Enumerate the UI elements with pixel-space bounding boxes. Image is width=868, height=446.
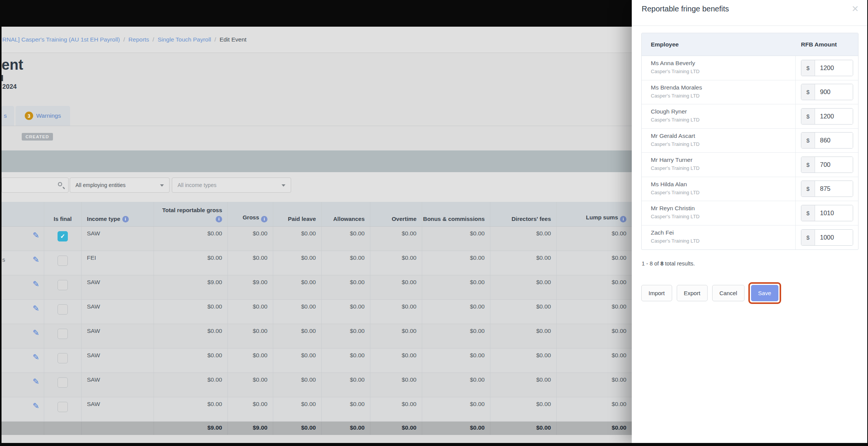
is-final-checkbox[interactable]: ✓ xyxy=(58,280,68,290)
gross-cell: $0.00 xyxy=(227,373,273,397)
table-row: ✎ ✓ SAW $0.00 $0.00 $0.00 $0.00 $0.00 xyxy=(2,397,632,422)
rfb-amount-input-group: $ xyxy=(801,157,853,173)
employee-name: Mr Harry Turner xyxy=(651,157,795,163)
lump-sums-cell: $0.00 xyxy=(556,300,632,324)
employing-entities-select[interactable]: All employing entities xyxy=(70,177,170,193)
paid-leave-cell: $0.00 xyxy=(273,324,321,348)
edit-pencil-icon[interactable]: ✎ xyxy=(32,280,39,288)
search-input[interactable] xyxy=(5,179,54,191)
employee-name: Zach Fei xyxy=(651,229,795,236)
rfb-amount-input[interactable] xyxy=(815,230,853,245)
table-row: ✎ ✓ SAW $0.00 $0.00 $0.00 $0.00 $0.00 xyxy=(2,227,632,251)
lump-sums-cell: $0.00 xyxy=(556,324,632,348)
table-row: ✎ ✓ SAW $0.00 $0.00 $0.00 $0.00 $0.00 xyxy=(2,373,632,397)
currency-addon: $ xyxy=(801,109,815,124)
breadcrumb-stp[interactable]: Single Touch Payroll xyxy=(158,36,211,43)
close-icon[interactable]: ✕ xyxy=(852,4,859,14)
save-button[interactable]: Save xyxy=(751,285,778,301)
rfb-amount-input[interactable] xyxy=(815,205,853,221)
employee-cell: Ms Brenda Morales Casper's Training LTD xyxy=(642,80,795,104)
bonus-commissions-cell: $0.00 xyxy=(422,348,490,372)
rfb-row: Ms Anna Beverly Casper's Training LTD $ xyxy=(642,56,858,80)
cancel-button[interactable]: Cancel xyxy=(712,285,745,301)
pay-event-table: Is final Income typei Total reportable g… xyxy=(2,202,632,435)
income-type-cell: SAW xyxy=(81,397,154,421)
allowances-cell: $0.00 xyxy=(321,300,370,324)
is-final-checkbox[interactable]: ✓ xyxy=(58,256,68,266)
rfb-amount-input[interactable] xyxy=(815,133,853,148)
import-button[interactable]: Import xyxy=(641,285,672,301)
row-actions-cell: s ✎ xyxy=(2,251,44,275)
edit-pencil-icon[interactable]: ✎ xyxy=(32,231,39,239)
rfb-amount-cell: $ xyxy=(795,177,858,201)
edit-pencil-icon[interactable]: ✎ xyxy=(32,402,39,410)
edit-pencil-icon[interactable]: ✎ xyxy=(32,377,39,385)
is-final-checkbox[interactable]: ✓ xyxy=(58,402,68,412)
employee-cell: Mr Harry Turner Casper's Training LTD xyxy=(642,153,795,177)
lump-sums-cell: $0.00 xyxy=(556,227,632,251)
edit-pencil-icon[interactable]: ✎ xyxy=(32,256,39,264)
employee-name: Ms Hilda Alan xyxy=(651,181,795,188)
rfb-amount-input[interactable] xyxy=(815,109,853,124)
income-types-select[interactable]: All income types xyxy=(172,177,291,193)
is-final-checkbox[interactable]: ✓ xyxy=(58,304,68,315)
edit-pencil-icon[interactable]: ✎ xyxy=(32,304,39,312)
info-icon[interactable]: i xyxy=(216,216,222,222)
tab-cutoff[interactable]: s xyxy=(2,106,14,126)
header-employee: Employee xyxy=(642,33,795,56)
employee-company: Casper's Training LTD xyxy=(651,93,795,99)
directors-fees-cell: $0.00 xyxy=(490,397,556,421)
is-final-cell: ✓ xyxy=(44,275,81,299)
edit-pencil-icon[interactable]: ✎ xyxy=(32,353,39,361)
lump-sums-cell: $0.00 xyxy=(556,397,632,421)
bottom-black-bar xyxy=(632,443,867,446)
rfb-row: Mr Harry Turner Casper's Training LTD $ xyxy=(642,153,858,177)
header-actions xyxy=(2,202,44,226)
rfb-amount-cell: $ xyxy=(795,104,858,128)
header-total-reportable-gross: Total reportable grossi xyxy=(154,202,227,226)
rfb-row: Ms Hilda Alan Casper's Training LTD $ xyxy=(642,177,858,201)
chevron-down-icon xyxy=(282,184,285,187)
rfb-amount-input[interactable] xyxy=(815,60,853,76)
is-final-checkbox[interactable]: ✓ xyxy=(58,353,68,363)
tab-warnings[interactable]: 3 Warnings xyxy=(16,106,70,126)
header-rfb-amount: RFB Amount xyxy=(795,33,858,56)
overtime-cell: $0.00 xyxy=(370,397,422,421)
rfb-amount-cell: $ xyxy=(795,201,858,225)
is-final-checkbox[interactable]: ✓ xyxy=(58,377,68,388)
info-icon[interactable]: i xyxy=(122,216,129,222)
search-input-box[interactable] xyxy=(2,177,69,193)
rfb-amount-input[interactable] xyxy=(815,84,853,100)
info-icon[interactable]: i xyxy=(620,216,626,222)
paid-leave-cell: $0.00 xyxy=(273,251,321,275)
gross-cell: $0.00 xyxy=(227,300,273,324)
rfb-amount-input[interactable] xyxy=(815,181,853,197)
lump-sums-cell: $0.00 xyxy=(556,251,632,275)
total-reportable-gross-cell: $9.00 xyxy=(154,275,227,299)
is-final-checkbox[interactable]: ✓ xyxy=(58,329,68,339)
paid-leave-total: $0.00 xyxy=(273,422,321,435)
lump-sums-cell: $0.00 xyxy=(556,373,632,397)
row-actions-cell: ✎ xyxy=(2,324,44,348)
table-row: ✎ ✓ SAW $0.00 $0.00 $0.00 $0.00 $0.00 xyxy=(2,324,632,348)
employee-company: Casper's Training LTD xyxy=(651,165,795,171)
rfb-amount-input[interactable] xyxy=(815,157,853,173)
screen: RNAL] Casper's Training (AU 1st EH Payro… xyxy=(0,0,868,446)
is-final-checkbox[interactable]: ✓ xyxy=(58,231,68,241)
employee-name: Mr Gerald Ascart xyxy=(651,133,795,139)
breadcrumb-reports[interactable]: Reports xyxy=(128,36,149,43)
tab-cutoff-label: s xyxy=(4,112,7,119)
header-allowances: Allowances xyxy=(321,202,370,226)
rfb-row: Zach Fei Casper's Training LTD $ xyxy=(642,225,858,250)
page-header: ent 2024 s 3 Warnings CREATED xyxy=(2,53,632,150)
export-button[interactable]: Export xyxy=(677,285,708,301)
rfb-amount-cell: $ xyxy=(795,129,858,153)
info-icon[interactable]: i xyxy=(261,216,267,222)
employee-company: Casper's Training LTD xyxy=(651,141,795,147)
header-directors-fees: Directors' fees xyxy=(490,202,556,226)
gross-cell: $0.00 xyxy=(227,227,273,251)
total-reportable-gross-cell: $0.00 xyxy=(154,373,227,397)
breadcrumb-separator: / xyxy=(123,36,125,43)
breadcrumb-business[interactable]: RNAL] Casper's Training (AU 1st EH Payro… xyxy=(2,36,120,43)
edit-pencil-icon[interactable]: ✎ xyxy=(32,329,39,337)
